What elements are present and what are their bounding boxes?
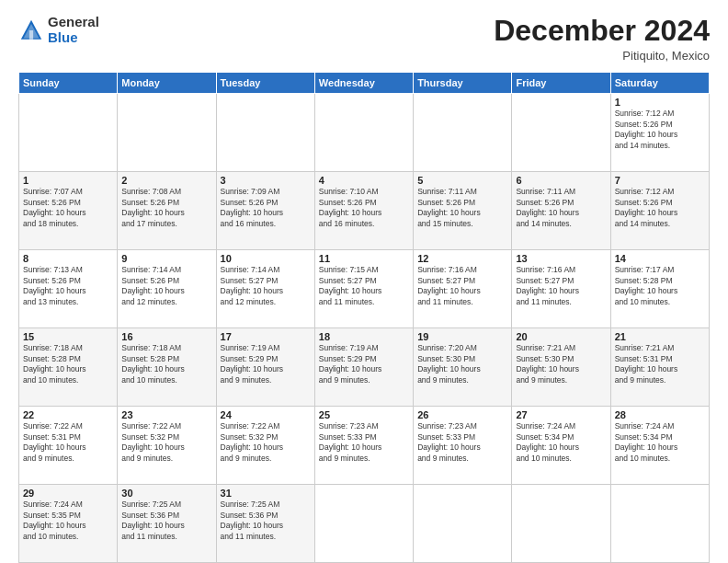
table-row — [414, 94, 512, 172]
table-row — [118, 94, 216, 172]
day-info: Sunrise: 7:12 AM Sunset: 5:26 PM Dayligh… — [615, 187, 705, 229]
day-number: 7 — [615, 175, 705, 186]
col-friday: Friday — [512, 73, 610, 94]
day-info: Sunrise: 7:20 AM Sunset: 5:30 PM Dayligh… — [417, 343, 507, 385]
location: Pitiquito, Mexico — [494, 49, 710, 63]
table-row: 5 Sunrise: 7:11 AM Sunset: 5:26 PM Dayli… — [414, 172, 512, 250]
day-number: 22 — [23, 409, 113, 420]
table-row: 30 Sunrise: 7:25 AM Sunset: 5:36 PM Dayl… — [118, 485, 216, 563]
day-number: 13 — [516, 253, 606, 264]
day-number: 1 — [615, 97, 705, 108]
calendar-header-row: Sunday Monday Tuesday Wednesday Thursday… — [19, 73, 710, 94]
day-info: Sunrise: 7:14 AM Sunset: 5:26 PM Dayligh… — [121, 265, 211, 307]
day-info: Sunrise: 7:22 AM Sunset: 5:32 PM Dayligh… — [121, 421, 211, 464]
day-number: 20 — [516, 331, 606, 342]
logo-general: General — [48, 14, 99, 29]
day-info: Sunrise: 7:08 AM Sunset: 5:26 PM Dayligh… — [121, 187, 211, 229]
table-row: 14 Sunrise: 7:17 AM Sunset: 5:28 PM Dayl… — [610, 250, 709, 328]
table-row: 18 Sunrise: 7:19 AM Sunset: 5:29 PM Dayl… — [314, 328, 413, 407]
day-number: 8 — [23, 253, 113, 264]
page: General Blue December 2024 Pitiquito, Me… — [0, 0, 728, 563]
logo: General Blue — [18, 15, 99, 45]
calendar-week-row: 1 Sunrise: 7:12 AM Sunset: 5:26 PM Dayli… — [19, 94, 710, 172]
table-row — [314, 94, 413, 172]
day-number: 25 — [319, 409, 409, 420]
table-row: 28 Sunrise: 7:24 AM Sunset: 5:34 PM Dayl… — [610, 407, 709, 485]
table-row: 20 Sunrise: 7:21 AM Sunset: 5:30 PM Dayl… — [512, 328, 610, 407]
table-row: 21 Sunrise: 7:21 AM Sunset: 5:31 PM Dayl… — [610, 328, 709, 407]
day-info: Sunrise: 7:18 AM Sunset: 5:28 PM Dayligh… — [23, 343, 113, 385]
day-number: 21 — [615, 331, 705, 342]
day-info: Sunrise: 7:13 AM Sunset: 5:26 PM Dayligh… — [23, 265, 113, 307]
day-number: 1 — [23, 175, 113, 186]
day-info: Sunrise: 7:15 AM Sunset: 5:27 PM Dayligh… — [319, 265, 409, 307]
day-info: Sunrise: 7:23 AM Sunset: 5:33 PM Dayligh… — [319, 421, 409, 464]
day-info: Sunrise: 7:23 AM Sunset: 5:33 PM Dayligh… — [417, 421, 507, 464]
day-info: Sunrise: 7:21 AM Sunset: 5:30 PM Dayligh… — [516, 343, 606, 385]
day-info: Sunrise: 7:17 AM Sunset: 5:28 PM Dayligh… — [615, 265, 705, 307]
day-info: Sunrise: 7:11 AM Sunset: 5:26 PM Dayligh… — [417, 187, 507, 229]
day-number: 5 — [417, 175, 507, 186]
day-info: Sunrise: 7:16 AM Sunset: 5:27 PM Dayligh… — [417, 265, 507, 307]
table-row: 27 Sunrise: 7:24 AM Sunset: 5:34 PM Dayl… — [512, 407, 610, 485]
col-wednesday: Wednesday — [314, 73, 413, 94]
day-info: Sunrise: 7:16 AM Sunset: 5:27 PM Dayligh… — [516, 265, 606, 307]
day-number: 31 — [221, 488, 311, 499]
day-info: Sunrise: 7:19 AM Sunset: 5:29 PM Dayligh… — [319, 343, 409, 385]
table-row: 25 Sunrise: 7:23 AM Sunset: 5:33 PM Dayl… — [314, 407, 413, 485]
day-number: 12 — [417, 253, 507, 264]
table-row: 24 Sunrise: 7:22 AM Sunset: 5:32 PM Dayl… — [216, 407, 314, 485]
day-number: 17 — [221, 331, 311, 342]
table-row — [512, 485, 610, 563]
day-number: 15 — [23, 331, 113, 342]
day-number: 18 — [319, 331, 409, 342]
table-row: 3 Sunrise: 7:09 AM Sunset: 5:26 PM Dayli… — [216, 172, 314, 250]
day-number: 27 — [516, 409, 606, 420]
table-row: 1 Sunrise: 7:07 AM Sunset: 5:26 PM Dayli… — [19, 172, 118, 250]
day-info: Sunrise: 7:25 AM Sunset: 5:36 PM Dayligh… — [221, 500, 311, 542]
calendar-week-row: 8 Sunrise: 7:13 AM Sunset: 5:26 PM Dayli… — [19, 250, 710, 328]
day-number: 4 — [319, 175, 409, 186]
logo-icon — [18, 17, 44, 43]
table-row: 6 Sunrise: 7:11 AM Sunset: 5:26 PM Dayli… — [512, 172, 610, 250]
day-info: Sunrise: 7:18 AM Sunset: 5:28 PM Dayligh… — [121, 343, 211, 385]
table-row: 22 Sunrise: 7:22 AM Sunset: 5:31 PM Dayl… — [19, 407, 118, 485]
table-row: 19 Sunrise: 7:20 AM Sunset: 5:30 PM Dayl… — [414, 328, 512, 407]
day-number: 24 — [221, 409, 311, 420]
table-row: 4 Sunrise: 7:10 AM Sunset: 5:26 PM Dayli… — [314, 172, 413, 250]
table-row: 9 Sunrise: 7:14 AM Sunset: 5:26 PM Dayli… — [118, 250, 216, 328]
title-block: December 2024 Pitiquito, Mexico — [494, 15, 710, 63]
table-row — [414, 485, 512, 563]
day-number: 28 — [615, 409, 705, 420]
table-row: 23 Sunrise: 7:22 AM Sunset: 5:32 PM Dayl… — [118, 407, 216, 485]
day-number: 9 — [121, 253, 211, 264]
day-number: 11 — [319, 253, 409, 264]
day-number: 29 — [23, 488, 113, 499]
calendar-week-row: 15 Sunrise: 7:18 AM Sunset: 5:28 PM Dayl… — [19, 328, 710, 407]
logo-blue: Blue — [48, 29, 78, 45]
day-info: Sunrise: 7:25 AM Sunset: 5:36 PM Dayligh… — [121, 500, 211, 542]
table-row: 15 Sunrise: 7:18 AM Sunset: 5:28 PM Dayl… — [19, 328, 118, 407]
table-row — [512, 94, 610, 172]
table-row — [19, 94, 118, 172]
day-info: Sunrise: 7:24 AM Sunset: 5:34 PM Dayligh… — [615, 421, 705, 464]
day-number: 23 — [121, 409, 211, 420]
calendar-week-row: 1 Sunrise: 7:07 AM Sunset: 5:26 PM Dayli… — [19, 172, 710, 250]
table-row: 7 Sunrise: 7:12 AM Sunset: 5:26 PM Dayli… — [610, 172, 709, 250]
table-row: 11 Sunrise: 7:15 AM Sunset: 5:27 PM Dayl… — [314, 250, 413, 328]
day-number: 3 — [221, 175, 311, 186]
day-number: 6 — [516, 175, 606, 186]
day-info: Sunrise: 7:24 AM Sunset: 5:34 PM Dayligh… — [516, 421, 606, 464]
day-info: Sunrise: 7:12 AM Sunset: 5:26 PM Dayligh… — [615, 109, 705, 151]
col-tuesday: Tuesday — [216, 73, 314, 94]
calendar-table: Sunday Monday Tuesday Wednesday Thursday… — [18, 72, 710, 563]
table-row: 26 Sunrise: 7:23 AM Sunset: 5:33 PM Dayl… — [414, 407, 512, 485]
calendar-week-row: 22 Sunrise: 7:22 AM Sunset: 5:31 PM Dayl… — [19, 407, 710, 485]
day-number: 14 — [615, 253, 705, 264]
day-number: 30 — [121, 488, 211, 499]
day-info: Sunrise: 7:22 AM Sunset: 5:31 PM Dayligh… — [23, 421, 113, 464]
table-row — [216, 94, 314, 172]
table-row: 13 Sunrise: 7:16 AM Sunset: 5:27 PM Dayl… — [512, 250, 610, 328]
day-info: Sunrise: 7:24 AM Sunset: 5:35 PM Dayligh… — [23, 500, 113, 542]
logo-text: General Blue — [48, 15, 99, 45]
